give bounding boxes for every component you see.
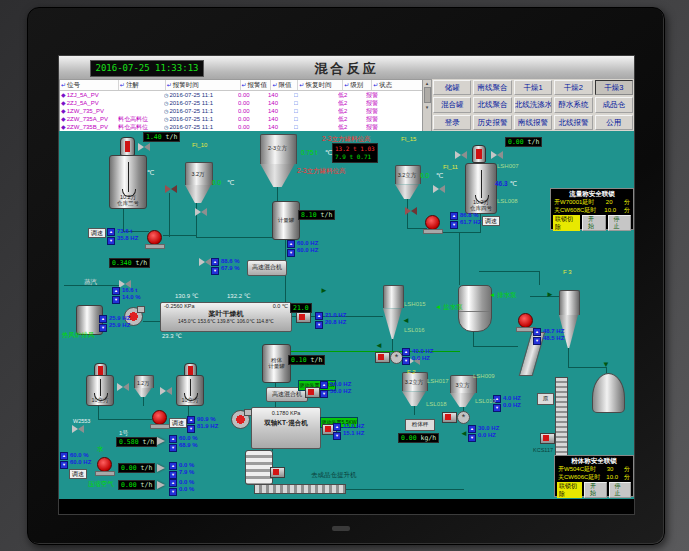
alarm-header-cell[interactable]: ↵状态 <box>372 80 423 90</box>
speed-button[interactable]: 调速 <box>88 228 106 238</box>
alarm-row[interactable]: ◆2ZW_735B_PV料仓高料位◷2016-07-25 11:10.00140… <box>60 123 423 131</box>
twin-shaft-mixer[interactable]: 0.1780 KPa 双轴KT·混合机 <box>251 407 321 449</box>
alarm-table-scrollbar[interactable]: ▴▾ <box>422 79 432 133</box>
nav-button[interactable]: 醇水系统 <box>554 97 592 112</box>
motor[interactable] <box>375 352 390 363</box>
setpoint-pair[interactable]: ▲▼40.0 HZ0.0 HZ <box>402 348 433 365</box>
hopper-1[interactable]: 3.2万 <box>185 162 211 202</box>
high-speed-mixer-top[interactable]: 高速混合机 <box>247 260 287 276</box>
motor[interactable] <box>305 387 320 398</box>
valve[interactable] <box>199 258 211 267</box>
pump[interactable] <box>97 457 112 472</box>
nav-button[interactable]: 成品仓 <box>595 97 633 112</box>
setpoint-pair[interactable]: ▲▼16.6 t14.0 % <box>112 287 141 304</box>
speed-button[interactable]: 调速 <box>482 216 500 226</box>
setpoint-pair[interactable]: ▲▼73.6 t35.8 HZ <box>107 228 138 245</box>
setpoint-pair[interactable]: ▲▼30.0 HZ0.0 HZ <box>468 425 499 442</box>
storage-tank-3[interactable]: 10.2万 仓库三号 <box>109 155 147 209</box>
hopper-2[interactable]: 2-3立方 <box>260 134 295 186</box>
setpoint-pair[interactable]: ▲▼90.9 %81.9 HZ <box>187 416 218 433</box>
motor[interactable] <box>540 433 555 444</box>
valve[interactable] <box>72 425 84 434</box>
pump[interactable] <box>425 215 440 230</box>
alarm-row[interactable]: ◆2ZW_735A_PV料仓高料位◷2016-07-25 11:10.00140… <box>60 115 423 123</box>
pump[interactable] <box>518 313 533 328</box>
nav-button[interactable]: 公用 <box>595 115 633 130</box>
three-way-valve[interactable] <box>165 185 177 194</box>
valve[interactable] <box>138 143 150 152</box>
setpoint-pair[interactable]: ▲▼86.8 %61.7 HZ <box>450 212 481 229</box>
stop-button[interactable]: 停止 <box>608 215 632 231</box>
speed-button[interactable]: 调速 <box>169 418 187 428</box>
nav-button[interactable]: 干燥3 <box>595 80 633 95</box>
nav-button[interactable]: 北线聚合 <box>473 97 511 112</box>
nav-button[interactable]: 干燥2 <box>554 80 592 95</box>
nav-button[interactable]: 北线报警 <box>554 115 592 130</box>
valve[interactable] <box>433 185 445 194</box>
nav-button[interactable]: 储罐 <box>433 80 471 95</box>
start-button[interactable]: 开始 <box>582 215 606 231</box>
setpoint-pair[interactable]: ▲▼48.7 HZ48.5 HZ <box>533 328 564 345</box>
setpoint-pair[interactable]: ▲▼4.0 HZ0.0 HZ <box>493 395 521 412</box>
valve[interactable] <box>455 151 467 160</box>
setpoint-pair[interactable]: ▲▼15.0 HZ15.1 HZ <box>333 423 364 440</box>
valve[interactable] <box>117 383 129 392</box>
alarm-header-cell[interactable]: ↵注解 <box>119 80 166 90</box>
alarm-header-cell[interactable]: ↵报警时间 <box>166 80 241 90</box>
start-button[interactable]: 开始 <box>584 482 607 498</box>
mix-tank-2[interactable]: 10立方 <box>176 375 204 406</box>
setpoint-pair[interactable]: ▲▼0.0 %0.0 % <box>169 479 194 496</box>
storage-tank-4[interactable]: 10.2万 仓库四号 <box>465 163 497 214</box>
interlock-cut-button[interactable]: 联锁切除 <box>557 482 582 498</box>
hopper-3[interactable]: 3.2立方 <box>395 165 419 198</box>
alarm-header-cell[interactable]: ↵报警值 <box>241 80 272 90</box>
powder-metering-tank[interactable]: 粉体 计量罐 <box>262 344 291 383</box>
pump[interactable] <box>152 410 167 425</box>
alarm-header-cell[interactable]: ↵级别 <box>343 80 372 90</box>
agitator-motor[interactable] <box>472 145 486 163</box>
paddle-dryer[interactable]: -0.2560 KPa 0.0 ℃ 桨叶干燥机 145.0℃ 153.6℃ 13… <box>160 302 292 332</box>
interlock-cut-button[interactable]: 联锁切除 <box>553 215 580 231</box>
setpoint-pair[interactable]: ▲▼60.0 %60.0 HZ <box>60 452 91 469</box>
nav-button[interactable]: 混合罐 <box>433 97 471 112</box>
conveyor[interactable] <box>254 484 346 494</box>
metering-tank[interactable]: 计量罐 <box>272 201 300 240</box>
gate-box[interactable]: 原 <box>537 393 554 405</box>
valve[interactable] <box>405 207 417 216</box>
rotary-feeder[interactable] <box>245 450 273 485</box>
alarm-row[interactable]: ◆1ZJ_5A_PV◷2016-07-25 11:10.00140□低2报警 <box>60 91 423 99</box>
stop-button[interactable]: 停止 <box>609 482 632 498</box>
nav-button[interactable]: 北线洗涤水 <box>514 97 552 112</box>
setpoint-pair[interactable]: ▲▼0.0 %7.9 % <box>169 462 194 479</box>
alarm-header-cell[interactable]: ↵位号 <box>60 80 119 90</box>
speed-button[interactable]: 调速 <box>69 469 87 479</box>
water-vessel[interactable] <box>458 285 492 332</box>
nav-button[interactable]: 干燥1 <box>514 80 552 95</box>
alarm-table[interactable]: ↵位号↵注解↵报警时间↵报警值↵限值↵恢复时间↵级别↵状态 ◆1ZJ_5A_PV… <box>59 79 424 133</box>
setpoint-pair[interactable]: ▲▼60.0 HZ60.0 HZ <box>287 240 318 257</box>
bucket-elevator[interactable] <box>555 377 568 456</box>
motor[interactable] <box>270 467 285 478</box>
alarm-row[interactable]: ◆2ZJ_5A_PV◷2016-07-25 11:10.00140□低2报警 <box>60 99 423 107</box>
nav-button[interactable]: 南线报警 <box>514 115 552 130</box>
alarm-header-cell[interactable]: ↵限值 <box>271 80 298 90</box>
hopper-4[interactable]: 3.2立方 <box>402 372 426 405</box>
nav-button[interactable]: 历史报警 <box>473 115 511 130</box>
nav-button[interactable]: 南线聚合 <box>473 80 511 95</box>
blower-fan[interactable] <box>231 410 250 429</box>
nav-button[interactable]: 登录 <box>433 115 471 130</box>
cyclone-1[interactable] <box>383 285 402 338</box>
setpoint-pair[interactable]: ▲▼88.6 %67.9 % <box>211 258 240 275</box>
powder-scale-box[interactable]: 粉体秤 <box>405 419 435 431</box>
alarm-row[interactable]: ◆1ZW_735_PV◷2016-07-25 11:10.00140□低2报警 <box>60 107 423 115</box>
agitator-motor[interactable] <box>120 137 135 156</box>
valve[interactable] <box>195 208 207 217</box>
setpoint-pair[interactable]: ▲▼25.9 HZ25.9 HZ <box>99 315 130 332</box>
alarm-header-cell[interactable]: ↵恢复时间 <box>298 80 343 90</box>
motor[interactable] <box>442 412 457 423</box>
scrollbar-thumb[interactable] <box>424 87 431 103</box>
hopper-small[interactable]: 1.2万 <box>134 375 152 396</box>
setpoint-pair[interactable]: ▲▼50.0 HZ50.0 HZ <box>320 381 351 398</box>
setpoint-pair[interactable]: ▲▼60.0 %68.9 % <box>169 435 198 452</box>
mix-tank-1[interactable]: 10立方 <box>86 375 114 406</box>
